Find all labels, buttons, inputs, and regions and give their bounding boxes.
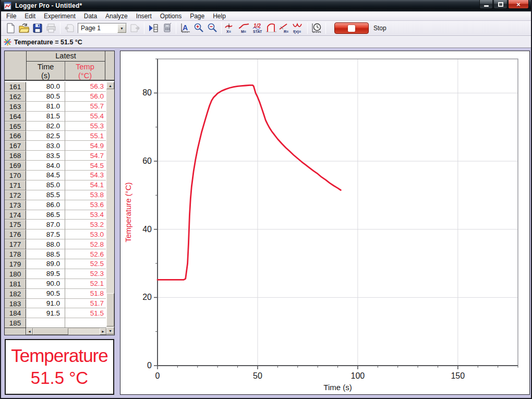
- scroll-down-arrow[interactable]: ▼: [106, 327, 114, 334]
- table-row[interactable]: 16381.055.7: [5, 102, 106, 112]
- temp-cell[interactable]: 56.0: [65, 92, 106, 102]
- row-number-cell[interactable]: 175: [5, 220, 26, 229]
- table-row[interactable]: 17285.553.8: [5, 190, 106, 200]
- zoom-out-button[interactable]: [205, 22, 219, 35]
- page-selector[interactable]: Page 1 ▼: [78, 23, 127, 33]
- temperature-chart[interactable]: 050100150020406080Time (s)Temperature (°…: [120, 51, 530, 395]
- table-row[interactable]: 17989.052.5: [5, 259, 106, 269]
- time-cell[interactable]: 85.0: [26, 180, 65, 190]
- autoscale-button[interactable]: A: [178, 22, 192, 35]
- table-row[interactable]: 18290.551.8: [5, 289, 106, 299]
- menu-item-edit[interactable]: Edit: [20, 11, 40, 21]
- time-cell[interactable]: 81.0: [26, 102, 65, 112]
- temp-cell[interactable]: 53.2: [65, 220, 106, 229]
- tangent-button[interactable]: M=: [237, 22, 251, 35]
- time-cell[interactable]: 80.5: [26, 92, 65, 102]
- row-number-cell[interactable]: 179: [5, 259, 26, 269]
- temp-cell[interactable]: 52.8: [65, 239, 106, 249]
- table-row[interactable]: 17185.054.1: [5, 180, 106, 190]
- table-row[interactable]: 17687.553.0: [5, 229, 106, 239]
- temp-cell[interactable]: 52.1: [65, 279, 106, 289]
- temp-cell[interactable]: 53.8: [65, 190, 106, 200]
- temp-cell[interactable]: 51.8: [65, 289, 106, 299]
- scroll-left-arrow[interactable]: ◄: [26, 328, 33, 335]
- time-cell[interactable]: [26, 318, 65, 328]
- table-vertical-scrollbar[interactable]: ▲ ▼: [106, 82, 114, 335]
- temp-cell[interactable]: 54.1: [65, 180, 106, 190]
- temp-cell[interactable]: 53.6: [65, 200, 106, 210]
- table-row[interactable]: 18391.051.7: [5, 299, 106, 309]
- open-file-button[interactable]: [17, 22, 31, 35]
- table-row[interactable]: 16180.056.3: [5, 82, 106, 92]
- table-row[interactable]: 17486.553.4: [5, 210, 106, 220]
- table-row[interactable]: 18491.551.5: [5, 308, 106, 318]
- row-number-cell[interactable]: 180: [5, 269, 26, 279]
- table-row[interactable]: 17587.053.2: [5, 220, 106, 229]
- time-cell[interactable]: 80.0: [26, 82, 65, 92]
- temp-cell[interactable]: 53.0: [65, 229, 106, 239]
- row-number-cell[interactable]: 166: [5, 131, 26, 141]
- row-number-cell[interactable]: 183: [5, 299, 26, 309]
- row-number-cell[interactable]: 172: [5, 190, 26, 200]
- temp-cell[interactable]: 52.5: [65, 259, 106, 269]
- row-number-cell[interactable]: 177: [5, 239, 26, 249]
- minimize-button[interactable]: [479, 0, 493, 9]
- table-row[interactable]: 18190.052.1: [5, 279, 106, 289]
- time-cell[interactable]: 86.0: [26, 200, 65, 210]
- temperature-meter[interactable]: Temperature 51.5 °C: [5, 339, 114, 395]
- table-row[interactable]: 185: [5, 318, 106, 328]
- calculator-button[interactable]: [160, 22, 174, 35]
- menu-item-page[interactable]: Page: [186, 11, 209, 21]
- temp-cell[interactable]: [65, 318, 106, 328]
- menu-item-data[interactable]: Data: [80, 11, 101, 21]
- statistics-button[interactable]: 1/2 STAT: [251, 22, 264, 35]
- scroll-up-arrow[interactable]: ▲: [106, 82, 114, 89]
- time-cell[interactable]: 86.5: [26, 210, 65, 220]
- row-number-cell[interactable]: 165: [5, 122, 26, 131]
- menu-item-analyze[interactable]: Analyze: [101, 11, 132, 21]
- time-cell[interactable]: 88.5: [26, 249, 65, 259]
- row-number-cell[interactable]: 178: [5, 249, 26, 259]
- hscrollbar-track[interactable]: ◄ ►: [26, 328, 106, 335]
- time-column-header[interactable]: Time (s): [26, 62, 65, 81]
- row-number-cell[interactable]: 161: [5, 82, 26, 92]
- time-cell[interactable]: 81.5: [26, 112, 65, 122]
- temp-cell[interactable]: 54.3: [65, 171, 106, 180]
- print-button[interactable]: [44, 22, 58, 35]
- menu-item-file[interactable]: File: [2, 11, 20, 21]
- time-cell[interactable]: 89.5: [26, 269, 65, 279]
- table-row[interactable]: 17888.552.6: [5, 249, 106, 259]
- temp-cell[interactable]: 55.4: [65, 112, 106, 122]
- temp-cell[interactable]: 51.7: [65, 299, 106, 309]
- time-cell[interactable]: 84.5: [26, 171, 65, 180]
- hscrollbar-thumb[interactable]: [33, 328, 68, 335]
- time-cell[interactable]: 87.0: [26, 220, 65, 229]
- previous-page-button[interactable]: [63, 22, 76, 35]
- table-row[interactable]: 18089.552.3: [5, 269, 106, 279]
- dataset-name-header[interactable]: Latest: [26, 51, 105, 62]
- time-cell[interactable]: 82.0: [26, 122, 65, 131]
- row-number-cell[interactable]: 171: [5, 180, 26, 190]
- temp-cell[interactable]: 52.3: [65, 269, 106, 279]
- time-cell[interactable]: 82.5: [26, 131, 65, 141]
- data-collection-setup-button[interactable]: [310, 22, 323, 35]
- integral-button[interactable]: [264, 22, 278, 35]
- table-row[interactable]: 16481.555.4: [5, 112, 106, 122]
- row-number-cell[interactable]: 182: [5, 289, 26, 299]
- table-row[interactable]: 17386.053.6: [5, 200, 106, 210]
- row-number-cell[interactable]: 163: [5, 102, 26, 112]
- stop-button[interactable]: [334, 22, 369, 34]
- examine-button[interactable]: X=: [224, 22, 237, 35]
- row-number-cell[interactable]: 174: [5, 210, 26, 220]
- temp-cell[interactable]: 55.3: [65, 122, 106, 131]
- row-number-cell[interactable]: 184: [5, 308, 26, 318]
- table-row[interactable]: 16682.555.1: [5, 131, 106, 141]
- row-number-cell[interactable]: 170: [5, 171, 26, 180]
- row-number-cell[interactable]: 181: [5, 279, 26, 289]
- menu-item-insert[interactable]: Insert: [132, 11, 156, 21]
- time-cell[interactable]: 89.0: [26, 259, 65, 269]
- time-cell[interactable]: 83.5: [26, 151, 65, 161]
- table-row[interactable]: 16984.054.5: [5, 161, 106, 171]
- table-row[interactable]: 16883.554.7: [5, 151, 106, 161]
- time-cell[interactable]: 88.0: [26, 239, 65, 249]
